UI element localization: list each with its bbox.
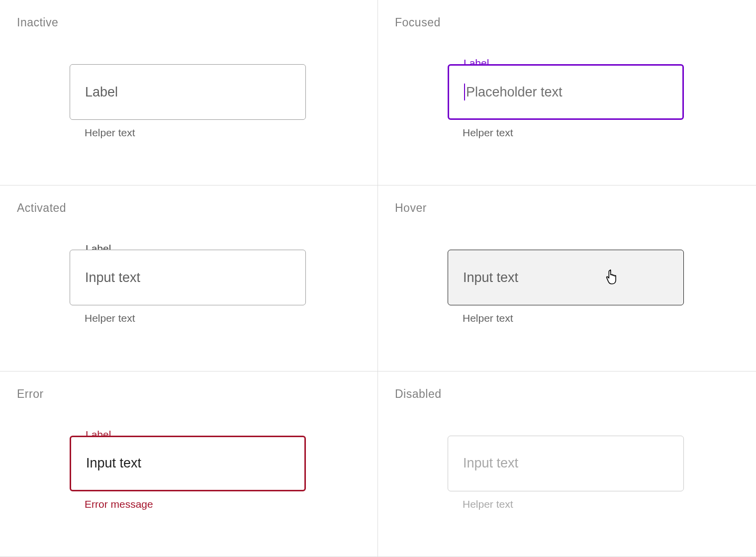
- state-title: Activated: [17, 201, 361, 215]
- input-value: Input text: [85, 270, 140, 285]
- helper-text: Helper text: [463, 127, 684, 139]
- state-title: Error: [17, 387, 361, 401]
- input-value: Input text: [463, 456, 518, 471]
- text-field-focused: Label Placeholder text Helper text: [448, 64, 684, 139]
- state-title: Focused: [395, 16, 739, 29]
- text-input[interactable]: Label: [70, 64, 306, 120]
- state-cell-activated: Activated Label Input text Helper text: [0, 186, 378, 371]
- text-field-hover: Input text Helper text: [448, 250, 684, 324]
- text-input[interactable]: Input text: [70, 436, 306, 491]
- text-input[interactable]: Placeholder text: [448, 64, 684, 120]
- helper-text: Helper text: [463, 312, 684, 324]
- state-title: Inactive: [17, 16, 361, 29]
- text-input[interactable]: Input text: [70, 250, 306, 305]
- state-cell-disabled: Disabled Input text Helper text: [378, 371, 756, 557]
- text-input: Input text: [448, 436, 684, 491]
- placeholder-text: Placeholder text: [466, 85, 563, 100]
- state-cell-focused: Focused Label Placeholder text Helper te…: [378, 0, 756, 186]
- input-label-resting: Label: [85, 85, 118, 100]
- state-title: Disabled: [395, 387, 739, 401]
- text-field-inactive: Label Helper text: [70, 64, 306, 139]
- hand-pointer-icon: [605, 269, 619, 285]
- text-field-disabled: Input text Helper text: [448, 436, 684, 510]
- state-cell-error: Error Label Input text Error message: [0, 371, 378, 557]
- text-field-activated: Label Input text Helper text: [70, 250, 306, 324]
- state-cell-inactive: Inactive Label Helper text: [0, 0, 378, 186]
- helper-text: Helper text: [85, 312, 306, 324]
- text-field-error: Label Input text Error message: [70, 436, 306, 510]
- input-value: Input text: [463, 270, 518, 285]
- helper-text: Helper text: [463, 498, 684, 510]
- input-value: Input text: [86, 456, 141, 471]
- error-message: Error message: [85, 498, 306, 510]
- text-input[interactable]: Input text: [448, 250, 684, 305]
- state-title: Hover: [395, 201, 739, 215]
- helper-text: Helper text: [85, 127, 306, 139]
- state-cell-hover: Hover Input text Helper text: [378, 186, 756, 371]
- text-caret-icon: [464, 84, 465, 100]
